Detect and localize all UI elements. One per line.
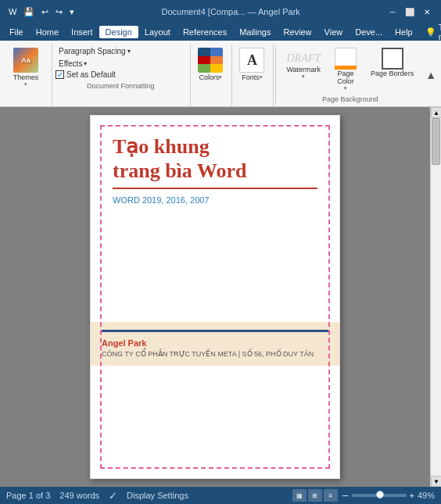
doc-format-options: Paragraph Spacing ▾ Effects ▾ ✓ Set as D… bbox=[56, 45, 134, 79]
page-borders-button[interactable]: Page Borders bbox=[365, 45, 419, 94]
page-color-button[interactable]: Page Color ▾ bbox=[328, 45, 364, 94]
ribbon-groups: Aa Themes ▾ Paragraph Spacing ▾ Effects bbox=[3, 44, 438, 106]
colors-group: Colors ▾ bbox=[191, 44, 232, 106]
menu-help[interactable]: Help bbox=[389, 26, 419, 38]
colors-arrow: ▾ bbox=[219, 74, 222, 80]
main-area: Tạo khung trang bìa Word WORD 2019, 2016… bbox=[0, 107, 441, 487]
themes-icon: Aa bbox=[13, 48, 38, 73]
display-settings[interactable]: Display Settings bbox=[127, 491, 188, 500]
menu-references[interactable]: References bbox=[177, 26, 233, 38]
page-background-group: DRAFT Watermark ▾ Page Color ▾ bbox=[278, 44, 424, 106]
menu-review[interactable]: Review bbox=[278, 26, 318, 38]
doc-formatting-group: Paragraph Spacing ▾ Effects ▾ ✓ Set as D… bbox=[52, 44, 191, 106]
customize-btn[interactable]: ▾ bbox=[67, 5, 77, 19]
themes-group: Aa Themes ▾ bbox=[3, 44, 52, 106]
status-left: Page 1 of 3 249 words ✓ Display Settings bbox=[6, 490, 188, 502]
effects-label: Effects ▾ bbox=[59, 59, 87, 68]
title-bar-left: W 💾 ↩ ↪ ▾ bbox=[6, 5, 77, 19]
word-logo: W bbox=[6, 5, 19, 18]
fonts-button[interactable]: A Fonts ▾ bbox=[235, 45, 268, 84]
ribbon-scroll-btn[interactable]: ▲ bbox=[424, 44, 438, 106]
fonts-icon: A bbox=[239, 48, 264, 73]
undo-btn[interactable]: ↩ bbox=[39, 5, 51, 19]
watermark-button[interactable]: DRAFT Watermark ▾ bbox=[281, 45, 326, 94]
menu-bar: File Home Insert Design Layout Reference… bbox=[0, 23, 441, 41]
zoom-thumb[interactable] bbox=[376, 491, 384, 499]
fonts-arrow: ▾ bbox=[260, 74, 263, 80]
themes-arrow: ▾ bbox=[24, 81, 27, 88]
doc-spacer bbox=[113, 244, 317, 306]
read-mode-btn[interactable]: ≡ bbox=[324, 489, 338, 502]
quick-access-toolbar: W 💾 ↩ ↪ ▾ bbox=[6, 5, 77, 19]
fonts-label-row: Fonts ▾ bbox=[242, 73, 263, 81]
spell-check-icon[interactable]: ✓ bbox=[109, 490, 117, 502]
redo-btn[interactable]: ↪ bbox=[53, 5, 65, 19]
paragraph-spacing-btn[interactable]: Paragraph Spacing ▾ bbox=[56, 45, 134, 57]
zoom-out-btn[interactable]: ─ bbox=[342, 491, 349, 500]
paragraph-spacing-label: Paragraph Spacing ▾ bbox=[59, 47, 131, 55]
set-default-label: Set as Default bbox=[66, 70, 116, 79]
doc-title: Tạo khung trang bìa Word bbox=[113, 134, 317, 183]
close-btn[interactable]: ✕ bbox=[419, 4, 435, 20]
content-area: Tạo khung trang bìa Word WORD 2019, 2016… bbox=[0, 107, 430, 487]
footer-line bbox=[102, 330, 328, 332]
fonts-group: A Fonts ▾ bbox=[232, 44, 274, 106]
colors-button[interactable]: Colors ▾ bbox=[194, 45, 227, 84]
page-bg-buttons: DRAFT Watermark ▾ Page Color ▾ bbox=[281, 45, 419, 94]
themes-label: Themes bbox=[13, 73, 39, 81]
window-controls: ─ ⬜ ✕ bbox=[385, 4, 435, 20]
save-btn[interactable]: 💾 bbox=[21, 5, 37, 19]
menu-developer[interactable]: Deve... bbox=[349, 26, 389, 38]
title-bar: W 💾 ↩ ↪ ▾ Document4 [Compa... — Angel Pa… bbox=[0, 0, 441, 23]
word-count[interactable]: 249 words bbox=[59, 491, 99, 500]
ribbon-separator bbox=[275, 47, 276, 103]
page-color-label2: Color bbox=[337, 77, 354, 85]
effects-text: Effects bbox=[59, 59, 82, 68]
scroll-down-btn[interactable]: ▼ bbox=[431, 476, 441, 487]
set-default-checkbox[interactable]: ✓ bbox=[56, 70, 64, 79]
set-default-row: ✓ Set as Default bbox=[56, 70, 134, 79]
menu-file[interactable]: File bbox=[3, 26, 30, 38]
menu-insert[interactable]: Insert bbox=[65, 26, 99, 38]
restore-btn[interactable]: ⬜ bbox=[402, 4, 418, 20]
effects-btn[interactable]: Effects ▾ bbox=[56, 58, 134, 70]
colors-label: Colors bbox=[199, 73, 219, 81]
menu-view[interactable]: View bbox=[318, 26, 350, 38]
zoom-in-btn[interactable]: + bbox=[410, 491, 414, 500]
menu-tell-me[interactable]: 💡 Tell me bbox=[419, 21, 441, 43]
colors-icon bbox=[198, 48, 223, 73]
minimize-btn[interactable]: ─ bbox=[385, 4, 400, 20]
page-borders-icon bbox=[382, 48, 403, 70]
themes-button[interactable]: Aa Themes ▾ bbox=[6, 45, 45, 90]
zoom-percent[interactable]: 49% bbox=[418, 491, 435, 500]
footer-address: CÔNG TY CỔ PHẦN TRỰC TUYẾN META | SỐ 56,… bbox=[102, 350, 328, 358]
scroll-thumb[interactable] bbox=[432, 118, 440, 165]
scroll-up-btn[interactable]: ▲ bbox=[431, 107, 441, 118]
doc-subtitle: WORD 2019, 2016, 2007 bbox=[113, 195, 317, 205]
menu-design[interactable]: Design bbox=[99, 26, 138, 38]
colors-label-row: Colors ▾ bbox=[199, 73, 222, 81]
doc-title-line2: trang bìa Word bbox=[113, 159, 246, 182]
status-bar: Page 1 of 3 249 words ✓ Display Settings… bbox=[0, 487, 441, 504]
page-color-arrow: ▾ bbox=[344, 85, 347, 91]
doc-footer: Angel Park CÔNG TY CỔ PHẦN TRỰC TUYẾN ME… bbox=[91, 322, 339, 366]
watermark-icon: DRAFT bbox=[286, 48, 321, 66]
doc-formatting-label: Document Formatting bbox=[56, 82, 185, 91]
status-right: ▦ ⊞ ≡ ─ + 49% bbox=[292, 489, 435, 502]
watermark-label: Watermark bbox=[286, 66, 321, 73]
scroll-track[interactable] bbox=[431, 118, 441, 476]
menu-home[interactable]: Home bbox=[30, 26, 65, 38]
paragraph-spacing-arrow: ▾ bbox=[127, 48, 131, 55]
title-underline bbox=[113, 188, 317, 189]
page-info[interactable]: Page 1 of 3 bbox=[6, 491, 50, 500]
print-layout-btn[interactable]: ▦ bbox=[292, 489, 307, 502]
watermark-arrow: ▾ bbox=[302, 73, 305, 80]
doc-title-line1: Tạo khung bbox=[113, 135, 210, 158]
checkmark-icon: ✓ bbox=[57, 71, 63, 79]
web-layout-btn[interactable]: ⊞ bbox=[308, 489, 322, 502]
document-page: Tạo khung trang bìa Word WORD 2019, 2016… bbox=[90, 115, 340, 479]
layout-buttons: ▦ ⊞ ≡ bbox=[292, 489, 338, 502]
menu-layout[interactable]: Layout bbox=[138, 26, 177, 38]
menu-mailings[interactable]: Mailings bbox=[233, 26, 277, 38]
zoom-slider[interactable] bbox=[352, 494, 407, 497]
